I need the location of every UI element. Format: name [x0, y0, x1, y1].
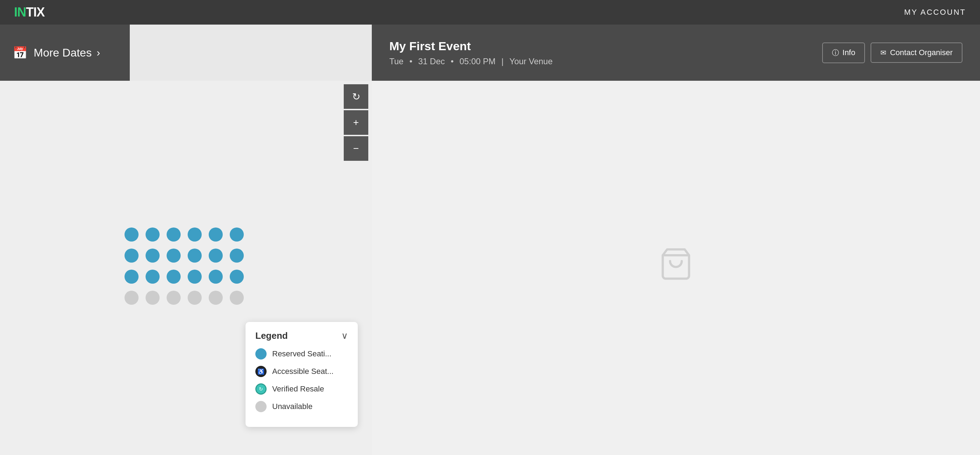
seat-r1c6[interactable] [230, 228, 244, 241]
seat-r3c6[interactable] [230, 270, 244, 284]
seat-r2c5[interactable] [209, 249, 223, 263]
legend-unavailable-label: Unavailable [272, 402, 312, 411]
legend-verified: ↻ Verified Resale [255, 383, 348, 394]
seat-r4c4 [188, 291, 202, 305]
seat-r3c3[interactable] [167, 270, 181, 284]
zoom-in-button[interactable]: + [344, 110, 368, 135]
logo-tix: TIX [26, 5, 45, 19]
seat-r2c6[interactable] [230, 249, 244, 263]
seat-r4c1 [124, 291, 138, 305]
contact-label: Contact Organiser [890, 48, 953, 57]
chevron-right-icon: › [97, 47, 100, 59]
legend-header: Legend ∨ [255, 330, 348, 341]
map-controls: ↻ + − [344, 84, 368, 162]
seat-r2c3[interactable] [167, 249, 181, 263]
zoom-out-button[interactable]: − [344, 136, 368, 161]
legend-reserved: Reserved Seati... [255, 348, 348, 359]
seat-r3c2[interactable] [146, 270, 159, 284]
separator2: • [451, 56, 456, 66]
seat-r4c5 [209, 291, 223, 305]
legend-accessible-label: Accessible Seat... [272, 367, 334, 376]
legend-collapse-icon[interactable]: ∨ [341, 330, 348, 341]
navbar: INTIX MY ACCOUNT [0, 0, 980, 25]
mail-icon: ✉ [880, 48, 886, 57]
seat-r1c3[interactable] [167, 228, 181, 241]
seat-r3c5[interactable] [209, 270, 223, 284]
event-date: 31 Dec [418, 56, 445, 66]
separator1: • [409, 56, 415, 66]
seat-r1c4[interactable] [188, 228, 202, 241]
event-info-bar: My First Event Tue • 31 Dec • 05:00 PM |… [372, 25, 980, 81]
seat-r4c3 [167, 291, 181, 305]
legend-unavailable: Unavailable [255, 401, 348, 412]
legend-accessible-dot: ♿ [255, 366, 267, 377]
calendar-icon: 📅 [13, 46, 27, 60]
event-time: 05:00 PM [460, 56, 496, 66]
seat-r1c5[interactable] [209, 228, 223, 241]
info-label: Info [843, 48, 856, 57]
legend-accessible: ♿ Accessible Seat... [255, 366, 348, 377]
seat-r2c1[interactable] [124, 249, 138, 263]
seat-r2c4[interactable] [188, 249, 202, 263]
legend-reserved-label: Reserved Seati... [272, 349, 331, 358]
dot-grid [124, 228, 247, 308]
cart-icon [659, 246, 694, 290]
legend-reserved-dot [255, 348, 267, 359]
more-dates-bar[interactable]: 📅 More Dates › [0, 25, 130, 81]
logo: INTIX [14, 5, 45, 20]
event-venue: Your Venue [509, 56, 552, 66]
main-area: ↻ + − Legend ∨ Reserved Seati... ♿ Acces… [0, 25, 980, 455]
separator3: | [501, 56, 506, 66]
seat-r1c1[interactable] [124, 228, 138, 241]
info-button[interactable]: ⓘ Info [822, 43, 865, 63]
legend-verified-label: Verified Resale [272, 385, 324, 394]
legend-panel: Legend ∨ Reserved Seati... ♿ Accessible … [245, 322, 358, 427]
refresh-button[interactable]: ↻ [344, 84, 368, 109]
legend-title: Legend [255, 330, 288, 341]
seat-r3c4[interactable] [188, 270, 202, 284]
event-day: Tue [389, 56, 403, 66]
seat-r2c2[interactable] [146, 249, 159, 263]
seat-r1c2[interactable] [146, 228, 159, 241]
more-dates-label: More Dates [34, 46, 92, 59]
seat-r3c1[interactable] [124, 270, 138, 284]
event-actions: ⓘ Info ✉ Contact Organiser [822, 43, 963, 63]
logo-in: IN [14, 5, 26, 19]
seat-r4c6 [230, 291, 244, 305]
contact-organiser-button[interactable]: ✉ Contact Organiser [870, 43, 963, 63]
legend-verified-dot: ↻ [255, 383, 267, 394]
event-details: My First Event Tue • 31 Dec • 05:00 PM |… [389, 39, 822, 66]
event-title: My First Event [389, 39, 822, 53]
seat-r4c2 [146, 291, 159, 305]
my-account-link[interactable]: MY ACCOUNT [904, 8, 966, 17]
right-panel [372, 81, 980, 455]
event-meta: Tue • 31 Dec • 05:00 PM | Your Venue [389, 56, 822, 66]
legend-unavailable-dot [255, 401, 267, 412]
info-icon: ⓘ [832, 48, 839, 57]
